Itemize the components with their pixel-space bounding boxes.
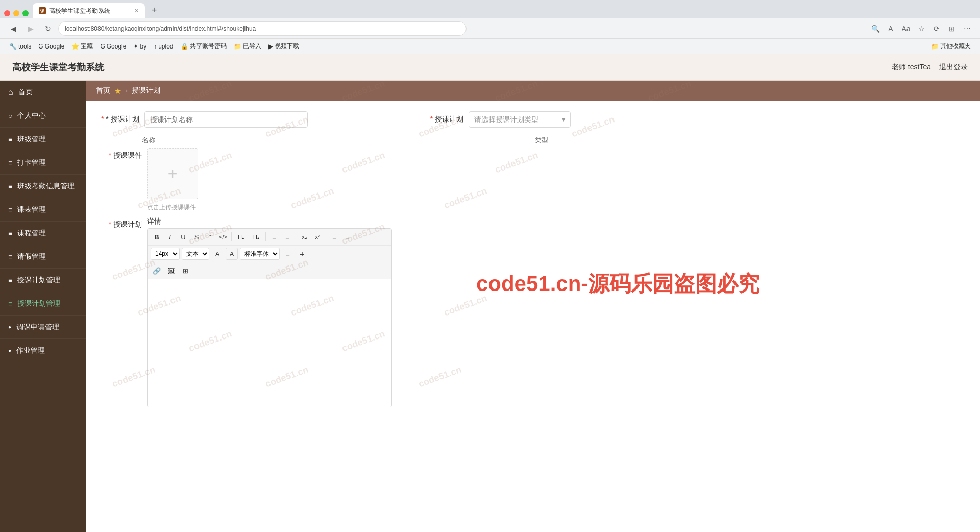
sidebar-label-substitute: 调课申请管理 xyxy=(16,323,59,332)
sidebar-item-course-mgmt[interactable]: ≡ 课程管理 xyxy=(0,222,86,245)
list-icon-7: ≡ xyxy=(8,276,12,284)
bookmarks-bar: 🔧 tools G Google ⭐ 宝藏 G Google ✦ by ↑ up… xyxy=(0,39,980,54)
sidebar-item-substitute[interactable]: ● 调课申请管理 xyxy=(0,316,86,339)
editor-separator-4 xyxy=(326,232,326,241)
tab-title: 高校学生课堂考勤系统 xyxy=(49,7,110,15)
sidebar-label-class-mgmt: 班级管理 xyxy=(17,135,46,144)
sidebar-label-course-mgmt: 课程管理 xyxy=(17,229,46,238)
h2-button[interactable]: H₂ xyxy=(249,231,263,243)
sidebar-item-home[interactable]: ⌂ 首页 xyxy=(0,81,86,104)
underline-button[interactable]: U xyxy=(177,231,189,243)
align-left-button[interactable]: ≡ xyxy=(328,231,340,243)
back-button[interactable]: ◀ xyxy=(6,21,20,36)
bookmark-uplod[interactable]: ↑ uplod xyxy=(151,41,176,52)
ol-button[interactable]: ≡ xyxy=(268,231,280,243)
list-icon-8: ≡ xyxy=(8,300,12,308)
form-row-1: * * 授课计划 * 授课计划 请选择授课计划类型 ▼ xyxy=(101,111,965,128)
code-button[interactable]: </> xyxy=(217,231,229,243)
editor-content[interactable] xyxy=(148,279,391,407)
sidebar-item-class-mgmt[interactable]: ≡ 班级管理 xyxy=(0,128,86,151)
align-center-button[interactable]: ≡ xyxy=(282,248,294,260)
superscript-button[interactable]: x² xyxy=(311,231,324,243)
sidebar-label-class-attendance: 班级考勤信息管理 xyxy=(17,182,75,191)
bookmark-google2[interactable]: G Google xyxy=(97,41,129,52)
lesson-type-group: * 授课计划 请选择授课计划类型 ▼ xyxy=(430,111,571,128)
new-tab-button[interactable]: + xyxy=(147,3,161,17)
forward-button[interactable]: ▶ xyxy=(23,21,38,36)
sidebar-item-attendance[interactable]: ≡ 打卡管理 xyxy=(0,151,86,175)
strikethrough-button[interactable]: S xyxy=(190,231,203,243)
editor-toolbar-row2: 14px 12px 16px 18px 文本 A A xyxy=(148,246,391,262)
bookmark-btn[interactable]: ☆ xyxy=(915,22,928,35)
bookmark-by[interactable]: ✦ by xyxy=(130,41,150,52)
editor-separator-1 xyxy=(231,232,232,241)
sidebar-item-homework[interactable]: ● 作业管理 xyxy=(0,339,86,362)
sidebar-label-home: 首页 xyxy=(18,88,33,97)
image-insert-button[interactable]: 🖼 xyxy=(165,264,177,277)
browser-tab-bar: 课 高校学生课堂考勤系统 ✕ + xyxy=(0,0,980,18)
align-right-button[interactable]: ≡ xyxy=(341,231,354,243)
search-browser-btn[interactable]: 🔍 xyxy=(869,22,882,35)
other-bookmarks[interactable]: 📁 其他收藏夹 xyxy=(928,41,974,52)
translate-btn[interactable]: A xyxy=(884,22,897,35)
text-style-select[interactable]: 文本 xyxy=(182,248,209,260)
breadcrumb-bar: 首页 ★ › 授课计划 xyxy=(86,81,980,101)
sidebar-item-lesson-plan[interactable]: ≡ 授课计划管理 xyxy=(0,292,86,316)
sidebar-item-class-attendance[interactable]: ≡ 班级考勤信息管理 xyxy=(0,175,86,198)
list-icon-1: ≡ xyxy=(8,135,12,143)
bookmark-imported[interactable]: 📁 已导入 xyxy=(231,41,264,52)
active-tab[interactable]: 课 高校学生课堂考勤系统 ✕ xyxy=(33,3,145,18)
clear-format-button[interactable]: T̶ xyxy=(296,248,308,260)
breadcrumb-separator: › xyxy=(126,87,128,94)
table-insert-button[interactable]: ⊞ xyxy=(179,264,191,277)
bookmark-video[interactable]: ▶ 视频下载 xyxy=(265,41,302,52)
bold-button[interactable]: B xyxy=(151,231,163,243)
link-button[interactable]: 🔗 xyxy=(151,264,163,277)
lesson-type-select[interactable]: 请选择授课计划类型 xyxy=(469,111,571,128)
list-icon-3: ≡ xyxy=(8,182,12,190)
main-layout: ⌂ 首页 ○ 个人中心 ≡ 班级管理 ≡ 打卡管理 ≡ 班级考勤信息管理 ≡ 课… xyxy=(0,81,980,532)
bookmark-share-pwd[interactable]: 🔒 共享账号密码 xyxy=(178,41,230,52)
detail-sublabel: 详情 xyxy=(147,217,392,226)
ul-button[interactable]: ≡ xyxy=(281,231,293,243)
font-color-button[interactable]: A xyxy=(211,248,224,260)
breadcrumb-home[interactable]: 首页 xyxy=(96,86,110,95)
lesson-type-label: * 授课计划 xyxy=(430,115,463,124)
sidebar-item-lesson-plan-mgmt[interactable]: ≡ 授课计划管理 xyxy=(0,269,86,292)
blockquote-button[interactable]: " xyxy=(204,231,216,243)
extension-btn[interactable]: ⊞ xyxy=(945,22,959,35)
lesson-plan-input[interactable] xyxy=(144,111,308,128)
h1-button[interactable]: H₁ xyxy=(234,231,248,243)
font-bg-button[interactable]: A xyxy=(226,248,238,260)
sidebar-item-leave[interactable]: ≡ 请假管理 xyxy=(0,245,86,269)
col-type-header: 类型 xyxy=(229,136,965,145)
bookmark-google1[interactable]: G Google xyxy=(35,41,67,52)
tab-close-icon[interactable]: ✕ xyxy=(134,8,139,14)
logout-button[interactable]: 退出登录 xyxy=(939,63,968,72)
rich-text-editor: B I U S " </> H₁ H₂ ≡ xyxy=(147,228,392,407)
more-btn[interactable]: ⋯ xyxy=(961,22,974,35)
reader-btn[interactable]: Aa xyxy=(899,22,913,35)
lesson-type-select-wrapper[interactable]: 请选择授课计划类型 ▼ xyxy=(469,111,571,128)
breadcrumb-star-icon: ★ xyxy=(114,86,121,96)
lesson-plan-group: * * 授课计划 xyxy=(101,111,308,128)
list-icon-6: ≡ xyxy=(8,253,12,261)
font-family-select[interactable]: 标准字体 xyxy=(240,248,280,260)
address-bar: ◀ ▶ ↻ localhost:8080/ketangkaoqinxitong/… xyxy=(0,18,980,39)
user-name: 老师 testTea xyxy=(892,63,931,72)
bookmark-tools[interactable]: 🔧 tools xyxy=(6,41,34,52)
refresh-button[interactable]: ↻ xyxy=(41,21,55,36)
file-upload-box[interactable]: + xyxy=(147,148,198,199)
sync-btn[interactable]: ⟳ xyxy=(930,22,943,35)
sidebar-item-lesson-table[interactable]: ≡ 课表管理 xyxy=(0,198,86,222)
lesson-plan-label: * * 授课计划 xyxy=(101,115,139,124)
subscript-button[interactable]: x₂ xyxy=(298,231,310,243)
italic-button[interactable]: I xyxy=(164,231,176,243)
courseware-label: * 授课课件 xyxy=(101,148,142,160)
url-bar[interactable]: localhost:8080/ketangkaoqinxitong/admin/… xyxy=(58,21,467,36)
bookmark-treasure[interactable]: ⭐ 宝藏 xyxy=(68,41,96,52)
upload-hint: 点击上传授课课件 xyxy=(147,203,196,212)
circle-icon-1: ● xyxy=(8,324,11,330)
font-size-select[interactable]: 14px 12px 16px 18px xyxy=(151,248,180,260)
sidebar-item-personal[interactable]: ○ 个人中心 xyxy=(0,104,86,128)
